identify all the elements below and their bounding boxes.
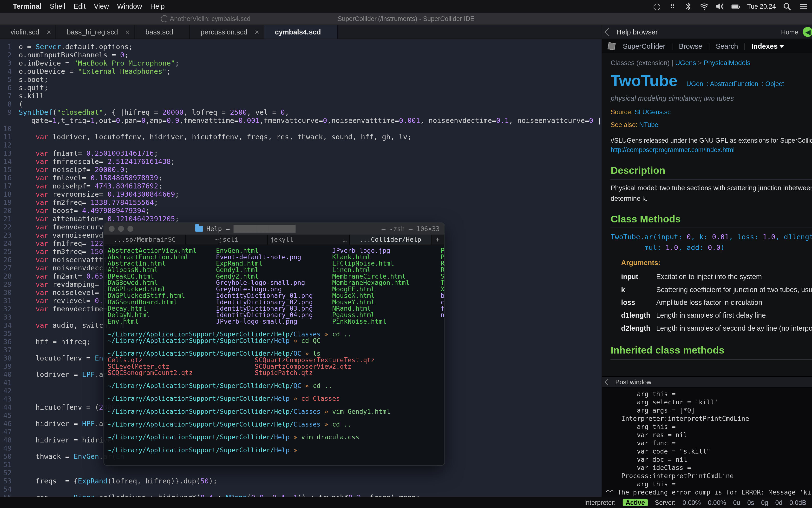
volume-icon[interactable] <box>716 2 724 11</box>
traffic-lights[interactable] <box>109 226 133 231</box>
toolbar-indexes[interactable]: Indexes <box>752 42 784 50</box>
sc-cube-icon <box>608 42 616 50</box>
source-link[interactable]: SLUGens.sc <box>634 108 671 115</box>
close-icon[interactable]: × <box>125 28 130 36</box>
source-line: Source: SLUGens.sc <box>611 107 812 117</box>
server-value-4: 0s <box>747 499 754 506</box>
window-subtitle: AnotherViolin: cymbals4.scd <box>170 15 250 22</box>
help-browser-header: Help browser Home ◀ ▶ ⟳ <box>602 25 812 39</box>
nav-back-button[interactable]: ◀ <box>803 27 812 37</box>
post-window-content[interactable]: arg this = arg selector = 'kill' arg arg… <box>602 388 812 508</box>
terminal-tab[interactable]: ~jscli <box>186 235 268 245</box>
inherited-methods-heading: Inherited class methods <box>611 343 812 359</box>
menubar-clock[interactable]: Tue 20.24 <box>747 3 776 10</box>
method-signature: TwoTube.ar(input: 0, k: 0.01, loss: 1.0,… <box>611 232 812 253</box>
panel-collapse-icon[interactable] <box>605 28 613 36</box>
panel-collapse-icon[interactable] <box>605 379 611 385</box>
help-toolbar: SuperCollider | Browse | Search | Indexe… <box>602 39 812 53</box>
server-value-5: 0g <box>761 499 768 506</box>
spotlight-icon[interactable] <box>783 2 792 11</box>
tab-percussion[interactable]: percussion.scd × <box>190 25 264 39</box>
close-icon[interactable]: × <box>47 28 51 36</box>
svg-point-4 <box>784 3 789 8</box>
menu-window[interactable]: Window <box>117 2 142 11</box>
arg-desc: Length in samples of second delay line (… <box>656 322 812 335</box>
toolbar-browse[interactable]: Browse <box>679 42 702 50</box>
crumb-link-ugens[interactable]: UGens <box>675 59 696 66</box>
home-link[interactable]: Home <box>781 29 798 35</box>
chevron-down-icon <box>779 45 784 48</box>
terminal-new-tab[interactable]: + <box>432 235 444 245</box>
description-heading: Description <box>611 163 812 180</box>
brand-label[interactable]: SuperCollider <box>623 42 665 50</box>
terminal-tab[interactable]: ...sp/MembrainSC <box>104 235 186 245</box>
traffic-min[interactable] <box>118 226 124 231</box>
link-object[interactable]: Object <box>765 80 784 87</box>
editor-tabs: violin.scd × bass_hi_reg.scd × bass.scd … <box>0 25 602 39</box>
terminal-tab[interactable]: jekyll… <box>268 235 350 245</box>
arg-name: input <box>621 270 656 283</box>
tab-bass[interactable]: bass.scd <box>135 25 190 39</box>
macos-menubar: Terminal Shell Edit View Window Help ◯ ⠿… <box>0 0 812 13</box>
help-content[interactable]: Classes (extension) | UGens > PhysicalMo… <box>602 53 812 376</box>
terminal-window[interactable]: Help — ████████████████ — -zsh — 106×33 … <box>103 222 445 466</box>
arg-name: k <box>621 284 656 296</box>
reload-icon[interactable] <box>160 15 168 22</box>
crumb-link-physical[interactable]: PhysicalModels <box>704 59 750 66</box>
server-label: Server: <box>655 499 675 506</box>
class-title: TwoTube <box>611 69 677 93</box>
wifi-icon[interactable] <box>700 2 709 11</box>
menu-view[interactable]: View <box>94 2 109 11</box>
line-gutter: 123456789 101112131415161718192021222324… <box>0 39 15 508</box>
svg-rect-2 <box>732 5 738 8</box>
superclass-links: UGen: AbstractFunction: Object <box>686 79 787 89</box>
menu-help[interactable]: Help <box>150 2 165 11</box>
tab-violin[interactable]: violin.scd × <box>0 25 56 39</box>
terminal-title-meta: — -zsh — 106×33 <box>382 225 440 233</box>
terminal-titlebar[interactable]: Help — ████████████████ — -zsh — 106×33 <box>104 223 444 235</box>
battery-icon[interactable] <box>731 2 740 11</box>
interpreter-label: Interpreter: <box>584 499 616 506</box>
window-title: SuperCollider.(/instruments) - SuperColl… <box>338 15 475 22</box>
svg-point-0 <box>704 8 705 10</box>
server-value-7: 0.0dB <box>790 499 806 506</box>
tab-label: bass.scd <box>145 28 173 36</box>
window-titlebar: AnotherViolin: cymbals4.scd SuperCollide… <box>0 13 812 25</box>
help-browser-title: Help browser <box>616 28 658 36</box>
arguments-table: inputExcitation to inject into the syste… <box>621 270 812 335</box>
svg-line-5 <box>788 7 791 10</box>
svg-rect-3 <box>739 5 740 7</box>
seealso-link[interactable]: NTube <box>639 121 658 128</box>
menu-shell[interactable]: Shell <box>50 2 65 11</box>
arg-name: loss <box>621 296 656 309</box>
author-link[interactable]: http://composerprogrammer.com/index.html <box>611 146 734 154</box>
status-icon-circle[interactable]: ◯ <box>652 2 661 11</box>
tab-bass-hi-reg[interactable]: bass_hi_reg.scd × <box>56 25 135 39</box>
menu-edit[interactable]: Edit <box>74 2 86 11</box>
app-menu[interactable]: Terminal <box>13 2 41 11</box>
link-abstractfunction[interactable]: AbstractFunction <box>710 80 758 87</box>
server-value-6: 0d <box>775 499 782 506</box>
arg-desc: Scattering coefficient for junction of t… <box>656 284 812 296</box>
class-subtitle: physical modeling simulation; two tubes <box>611 93 812 103</box>
terminal-tab[interactable]: ...Collider/Help <box>350 235 432 245</box>
bluetooth-icon[interactable] <box>684 2 692 11</box>
tab-label: bass_hi_reg.scd <box>67 28 118 36</box>
arguments-heading: Arguments: <box>621 258 812 268</box>
terminal-tabs: ...sp/MembrainSC ~jscli jekyll… ...Colli… <box>104 235 444 245</box>
server-value-3: 0u <box>733 499 740 506</box>
traffic-max[interactable] <box>127 226 133 231</box>
status-icon-flag[interactable]: ⠿ <box>668 2 677 11</box>
tab-label: percussion.scd <box>201 28 247 36</box>
close-icon[interactable]: × <box>255 28 259 36</box>
control-center-icon[interactable] <box>799 2 807 11</box>
tab-cymbals4[interactable]: cymbals4.scd <box>265 25 338 39</box>
terminal-content[interactable]: AbstractActionView.html EnvGen.html JPve… <box>104 245 444 465</box>
interpreter-status[interactable]: Active <box>623 499 648 506</box>
description-text: Physical model; two tube sections with s… <box>611 183 812 204</box>
toolbar-search[interactable]: Search <box>716 42 738 50</box>
traffic-close[interactable] <box>109 226 114 231</box>
link-ugen[interactable]: UGen <box>686 80 703 87</box>
breadcrumb: Classes (extension) | UGens > PhysicalMo… <box>611 58 812 68</box>
arg-desc: Excitation to inject into the system <box>656 270 812 283</box>
